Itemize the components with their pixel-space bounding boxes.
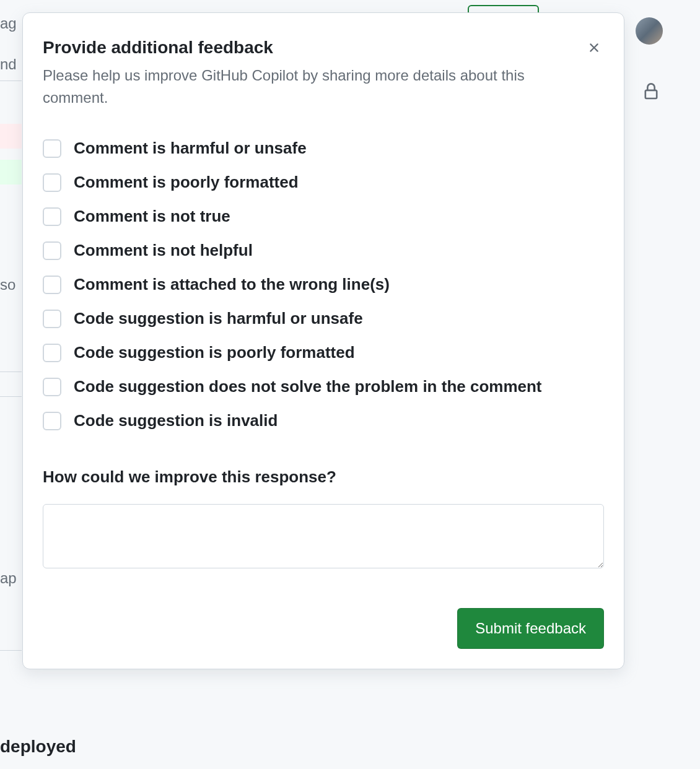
checkbox-item-harmful-suggestion[interactable]: Code suggestion is harmful or unsafe — [43, 309, 604, 328]
improve-textarea[interactable] — [43, 504, 604, 568]
checkbox-input[interactable] — [43, 412, 61, 430]
checkbox-input[interactable] — [43, 241, 61, 260]
checkbox-label: Code suggestion is poorly formatted — [74, 343, 355, 362]
checkbox-input[interactable] — [43, 310, 61, 328]
checkbox-item-poorly-formatted-suggestion[interactable]: Code suggestion is poorly formatted — [43, 343, 604, 362]
checkbox-list: Comment is harmful or unsafe Comment is … — [43, 139, 604, 430]
checkbox-label: Comment is attached to the wrong line(s) — [74, 275, 390, 294]
checkbox-item-not-helpful[interactable]: Comment is not helpful — [43, 241, 604, 260]
checkbox-label: Comment is not helpful — [74, 241, 253, 260]
checkbox-label: Code suggestion is harmful or unsafe — [74, 309, 363, 328]
checkbox-label: Comment is harmful or unsafe — [74, 139, 307, 158]
modal-subtitle: Please help us improve GitHub Copilot by… — [43, 64, 569, 109]
checkbox-input[interactable] — [43, 139, 61, 158]
feedback-modal: Provide additional feedback Please help … — [22, 12, 624, 669]
checkbox-input[interactable] — [43, 207, 61, 226]
checkbox-item-wrong-line[interactable]: Comment is attached to the wrong line(s) — [43, 275, 604, 294]
close-button[interactable] — [584, 38, 604, 59]
checkbox-input[interactable] — [43, 276, 61, 294]
close-icon — [587, 40, 602, 57]
checkbox-item-poorly-formatted-comment[interactable]: Comment is poorly formatted — [43, 173, 604, 192]
checkbox-label: Code suggestion does not solve the probl… — [74, 377, 542, 396]
improve-prompt-label: How could we improve this response? — [43, 467, 604, 487]
checkbox-label: Comment is poorly formatted — [74, 173, 299, 192]
submit-feedback-button[interactable]: Submit feedback — [457, 608, 604, 649]
checkbox-item-invalid-suggestion[interactable]: Code suggestion is invalid — [43, 411, 604, 430]
modal-title: Provide additional feedback — [43, 38, 273, 58]
modal-overlay: Provide additional feedback Please help … — [0, 0, 700, 769]
checkbox-input[interactable] — [43, 173, 61, 192]
modal-header: Provide additional feedback — [43, 38, 604, 59]
checkbox-input[interactable] — [43, 378, 61, 396]
checkbox-input[interactable] — [43, 344, 61, 362]
checkbox-item-not-true[interactable]: Comment is not true — [43, 207, 604, 226]
modal-footer: Submit feedback — [43, 608, 604, 649]
checkbox-label: Comment is not true — [74, 207, 230, 226]
checkbox-item-does-not-solve[interactable]: Code suggestion does not solve the probl… — [43, 377, 604, 396]
checkbox-label: Code suggestion is invalid — [74, 411, 278, 430]
checkbox-item-harmful-comment[interactable]: Comment is harmful or unsafe — [43, 139, 604, 158]
